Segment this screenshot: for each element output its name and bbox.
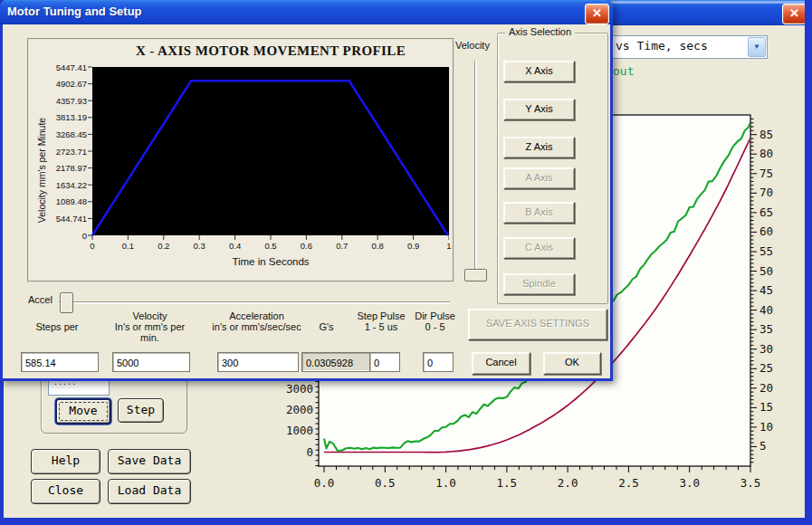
load-data-button[interactable]: Load Data bbox=[108, 479, 191, 504]
dir-pulse-input[interactable] bbox=[423, 352, 454, 372]
left-tick-label: 2000 bbox=[264, 403, 313, 416]
velocity-slider-thumb[interactable] bbox=[464, 269, 487, 282]
right-tick-label: 85 bbox=[759, 128, 796, 141]
velocity-input[interactable] bbox=[112, 352, 190, 372]
step-button[interactable]: Step bbox=[118, 398, 164, 423]
y-axis-button[interactable]: Y Axis bbox=[503, 99, 575, 120]
partially-hidden-input[interactable]: ..... bbox=[48, 381, 110, 396]
cancel-button[interactable]: Cancel bbox=[472, 352, 530, 375]
right-tick-label: 10 bbox=[759, 420, 796, 434]
screen: ✕ vs Time, secs ▼ out 0.00.51.01.52.02.5… bbox=[0, 0, 812, 525]
y-tick-label: 3268.45 bbox=[29, 129, 87, 139]
right-tick-label: 55 bbox=[759, 244, 796, 258]
x-tick-label: 2.0 bbox=[548, 476, 588, 490]
dialog-titlebar[interactable]: Motor Tuning and Setup ✕ bbox=[0, 0, 613, 24]
move-button[interactable]: Move bbox=[55, 398, 111, 425]
axis-selection-group: Axis Selection X Axis Y Axis Z Axis A Ax… bbox=[497, 33, 608, 304]
right-tick-label: 30 bbox=[759, 342, 796, 356]
gs-label: G's bbox=[301, 310, 351, 332]
y-tick-label: 2178.97 bbox=[29, 163, 87, 173]
velocity-label: VelocityIn's or mm's per min. bbox=[107, 310, 193, 332]
x-tick-label: 0.2 bbox=[150, 241, 177, 251]
x-tick-label: 0.5 bbox=[257, 241, 284, 251]
left-tick-label: 1000 bbox=[264, 424, 313, 437]
x-tick-label: 1.5 bbox=[487, 476, 527, 490]
y-tick-label: 1089.48 bbox=[29, 196, 87, 206]
step-pulse-label: Step Pulse1 - 5 us bbox=[356, 310, 406, 332]
dialog-title: Motor Tuning and Setup bbox=[7, 5, 142, 18]
b-axis-button: B Axis bbox=[503, 202, 575, 224]
steps-per-label: Steps per bbox=[16, 310, 98, 332]
accel-slider-label: Accel bbox=[28, 294, 53, 305]
x-tick-label: 3.0 bbox=[670, 476, 710, 490]
right-tick-label: 25 bbox=[759, 361, 796, 375]
steps-per-input[interactable] bbox=[21, 352, 99, 372]
velocity-slider-track[interactable] bbox=[474, 61, 477, 280]
window-border-bottom bbox=[0, 518, 812, 525]
dropdown-arrow-icon[interactable]: ▼ bbox=[748, 37, 766, 57]
help-button[interactable]: Help bbox=[31, 449, 100, 474]
y-tick-label: 4357.93 bbox=[29, 96, 87, 106]
acceleration-input[interactable] bbox=[217, 352, 299, 372]
acceleration-label: Accelerationin's or mm's/sec/sec bbox=[209, 310, 304, 332]
plot-mode-dropdown[interactable]: vs Time, secs ▼ bbox=[610, 35, 768, 59]
motor-profile-chart: X - AXIS MOTOR MOVEMENT PROFILE Velocity… bbox=[27, 38, 454, 282]
x-tick-label: 0.9 bbox=[400, 241, 427, 251]
right-tick-label: 75 bbox=[759, 167, 796, 180]
axis-selection-title: Axis Selection bbox=[505, 26, 575, 37]
dialog-close-icon[interactable]: ✕ bbox=[585, 4, 609, 24]
ok-button[interactable]: OK bbox=[543, 352, 601, 375]
spindle-button: Spindle bbox=[503, 273, 575, 295]
x-tick-label: 3.5 bbox=[731, 476, 770, 490]
left-tick-label: 3000 bbox=[264, 382, 313, 396]
background-window-close-icon[interactable]: ✕ bbox=[782, 4, 807, 24]
status-text-fragment: out bbox=[613, 64, 634, 78]
save-data-button[interactable]: Save Data bbox=[108, 449, 191, 474]
right-tick-label: 65 bbox=[759, 205, 796, 219]
close-button[interactable]: Close bbox=[31, 479, 100, 504]
x-tick-label: 1.0 bbox=[426, 476, 466, 490]
x-tick-label: 0.7 bbox=[329, 241, 356, 251]
chart-title: X - AXIS MOTOR MOVEMENT PROFILE bbox=[92, 43, 449, 59]
x-tick-label: 2.5 bbox=[608, 476, 648, 490]
right-tick-label: 60 bbox=[759, 224, 796, 238]
y-tick-label: 1634.22 bbox=[29, 180, 87, 190]
y-tick-label: 5447.41 bbox=[29, 62, 87, 72]
right-tick-label: 35 bbox=[759, 322, 796, 336]
x-tick-label: 0.4 bbox=[222, 241, 249, 251]
a-axis-button: A Axis bbox=[503, 167, 575, 189]
x-tick-label: 0 bbox=[79, 241, 106, 251]
c-axis-button: C Axis bbox=[503, 237, 575, 259]
right-tick-label: 20 bbox=[759, 381, 796, 395]
right-tick-label: 50 bbox=[759, 264, 796, 278]
y-tick-label: 2723.71 bbox=[29, 147, 87, 157]
y-tick-label: 3813.19 bbox=[29, 112, 87, 122]
x-tick-label: 0.0 bbox=[304, 476, 344, 490]
z-axis-button[interactable]: Z Axis bbox=[503, 137, 575, 158]
right-tick-label: 45 bbox=[759, 283, 796, 297]
x-tick-label: 0.5 bbox=[365, 476, 405, 490]
x-tick-label: 0.1 bbox=[114, 241, 141, 251]
x-tick-label: 0.6 bbox=[292, 241, 320, 251]
y-tick-label: 544.741 bbox=[29, 214, 87, 224]
right-tick-label: 80 bbox=[759, 147, 796, 160]
x-tick-label: 1 bbox=[435, 241, 463, 251]
plot-mode-dropdown-value: vs Time, secs bbox=[616, 39, 708, 52]
y-tick-label: 4902.67 bbox=[29, 79, 87, 89]
accel-slider-track[interactable] bbox=[59, 301, 450, 304]
window-border-right bbox=[805, 0, 812, 525]
dir-pulse-label: Dir Pulse0 - 5 bbox=[410, 310, 460, 332]
step-pulse-input[interactable] bbox=[369, 352, 400, 372]
chart-x-axis-label: Time in Seconds bbox=[92, 256, 449, 267]
left-tick-label: 0 bbox=[264, 445, 313, 459]
right-tick-label: 70 bbox=[759, 186, 796, 199]
right-tick-label: 15 bbox=[759, 400, 796, 414]
x-tick-label: 0.3 bbox=[186, 241, 213, 251]
right-tick-label: 5 bbox=[759, 439, 796, 453]
motor-tuning-dialog: Motor Tuning and Setup ✕ X - AXIS MOTOR … bbox=[0, 0, 613, 381]
save-axis-settings-button: SAVE AXIS SETTINGS bbox=[468, 309, 607, 340]
y-tick-label: 0 bbox=[29, 231, 87, 241]
partially-hidden-input-value: ..... bbox=[54, 381, 77, 387]
x-axis-button[interactable]: X Axis bbox=[503, 61, 575, 82]
x-tick-label: 0.8 bbox=[364, 241, 391, 251]
